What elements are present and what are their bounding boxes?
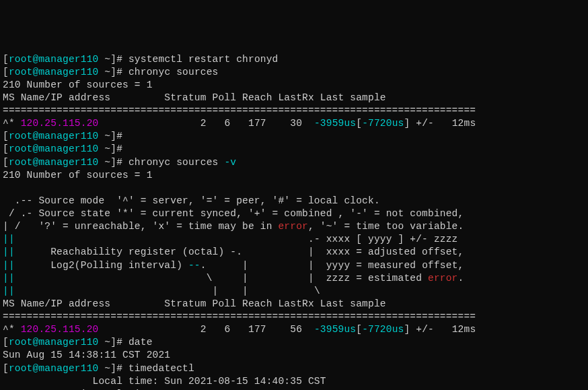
prompt-line[interactable]: [root@manager110 ~]# chronyc sources -v <box>3 157 236 168</box>
prompt-user: root <box>9 131 33 141</box>
prompt-hash: # <box>116 337 122 348</box>
legend-text: . <box>458 273 464 284</box>
prompt-user: root <box>9 363 33 374</box>
prompt-hash: # <box>116 131 122 141</box>
prompt-path: ~ <box>98 363 110 374</box>
source-row: ^* 120.25.115.20 2 6 177 56 -3959us[-772… <box>3 324 476 335</box>
prompt-user: root <box>9 157 33 168</box>
prompt-path: ~ <box>98 54 110 65</box>
legend-pipe: || <box>3 234 15 245</box>
legend-line: || \ | | zzzz = estimated error. <box>3 273 464 284</box>
legend-text: Log2(Polling interval) <box>15 260 188 271</box>
pad <box>302 118 314 129</box>
terminal-output: [root@manager110 ~]# systemctl restart c… <box>3 53 585 391</box>
stratum: 2 <box>200 118 207 129</box>
prompt-path: ~ <box>98 337 110 348</box>
legend-line: || | | \ <box>3 286 320 296</box>
prompt-line[interactable]: [root@manager110 ~]# <box>3 131 122 141</box>
offset-adjusted: -3959us <box>314 324 356 335</box>
error-word: error <box>278 221 308 232</box>
legend-pipe: || <box>3 273 15 284</box>
legend-line: || Log2(Polling interval) --. | | yyyy =… <box>3 260 464 271</box>
prompt-hash: # <box>116 143 122 154</box>
prompt-line[interactable]: [root@manager110 ~]# <box>3 143 122 154</box>
legend-pipe: || <box>3 286 15 296</box>
legend-text: . | | yyyy = measured offset, <box>200 260 464 271</box>
legend-text: Reachability register (octal) -. | xxxx … <box>15 247 464 257</box>
reach: 177 <box>230 118 266 129</box>
bracket: [ <box>356 324 362 335</box>
prompt-host: manager110 <box>38 143 98 154</box>
prompt-host: manager110 <box>38 157 98 168</box>
cmd-chronyc-sources-v: chronyc sources <box>128 157 224 168</box>
reach: 177 <box>230 324 266 335</box>
prompt-user: root <box>9 67 33 77</box>
prompt-user: root <box>9 54 33 65</box>
source-prefix: ^* <box>3 324 21 335</box>
plus-minus: +/- <box>410 118 451 129</box>
error-margin: 12ms <box>452 118 476 129</box>
legend-text: | | \ <box>15 286 320 296</box>
prompt-hash: # <box>116 54 122 65</box>
prompt-host: manager110 <box>38 337 98 348</box>
pad <box>98 118 200 129</box>
legend-line: || Reachability register (octal) -. | xx… <box>3 247 464 257</box>
timedatectl-local: Local time: Sun 2021-08-15 14:40:35 CST <box>3 376 326 387</box>
source-row: ^* 120.25.115.20 2 6 177 30 -3959us[-772… <box>3 118 476 129</box>
legend-dash: -- <box>188 260 200 271</box>
prompt-line[interactable]: [root@manager110 ~]# chronyc sources <box>3 67 219 77</box>
legend-line: || .- xxxx [ yyyy ] +/- zzzz <box>3 234 458 245</box>
stratum: 2 <box>200 324 207 335</box>
plus-minus: +/- <box>410 324 451 335</box>
offset-adjusted: -3959us <box>314 118 356 129</box>
divider: ========================================… <box>3 311 476 322</box>
error-margin: 12ms <box>452 324 476 335</box>
source-ip: 120.25.115.20 <box>21 324 99 335</box>
cmd-date: date <box>128 337 153 348</box>
prompt-host: manager110 <box>38 363 98 374</box>
prompt-user: root <box>9 337 33 348</box>
legend-pipe: || <box>3 260 15 271</box>
prompt-host: manager110 <box>38 131 98 141</box>
offset-measured: -7720us <box>362 118 404 129</box>
legend-text: .- xxxx [ yyyy ] +/- zzzz <box>15 234 458 245</box>
pad <box>302 324 314 335</box>
cmd-chronyc-sources: chronyc sources <box>128 67 219 77</box>
source-ip: 120.25.115.20 <box>21 118 99 129</box>
prompt-line[interactable]: [root@manager110 ~]# timedatectl <box>3 363 194 374</box>
legend-line: | / '?' = unreachable, 'x' = time may be… <box>3 221 464 232</box>
divider: ========================================… <box>3 105 476 116</box>
legend-pipe: || <box>3 247 15 257</box>
prompt-host: manager110 <box>38 54 98 65</box>
sources-header: MS Name/IP address Stratum Poll Reach La… <box>3 298 386 309</box>
cmd-option-v: -v <box>224 157 236 168</box>
date-output: Sun Aug 15 14:38:11 CST 2021 <box>3 350 170 360</box>
prompt-path: ~ <box>98 143 110 154</box>
bracket: [ <box>356 118 362 129</box>
prompt-line[interactable]: [root@manager110 ~]# date <box>3 337 153 348</box>
legend-line: / .- Source state '*' = current synced, … <box>3 208 464 219</box>
offset-measured: -7720us <box>362 324 404 335</box>
prompt-path: ~ <box>98 157 110 168</box>
prompt-hash: # <box>116 67 122 77</box>
poll: 6 <box>207 324 231 335</box>
lastrx: 56 <box>266 324 302 335</box>
prompt-hash: # <box>116 363 122 374</box>
legend-text: \ | | zzzz = estimated <box>15 273 428 284</box>
prompt-path: ~ <box>98 67 110 77</box>
error-word: error <box>428 273 458 284</box>
sources-header: MS Name/IP address Stratum Poll Reach La… <box>3 92 386 103</box>
legend-text: | / '?' = unreachable, 'x' = time may be… <box>3 221 278 232</box>
prompt-path: ~ <box>98 131 110 141</box>
poll: 6 <box>207 118 231 129</box>
sources-count: 210 Number of sources = 1 <box>3 79 153 90</box>
cmd-timedatectl: timedatectl <box>128 363 194 374</box>
prompt-hash: # <box>116 157 122 168</box>
prompt-line[interactable]: [root@manager110 ~]# systemctl restart c… <box>3 54 279 65</box>
pad <box>98 324 200 335</box>
legend-line: .-- Source mode '^' = server, '=' = peer… <box>3 195 380 206</box>
prompt-host: manager110 <box>38 67 98 77</box>
prompt-user: root <box>9 143 33 154</box>
lastrx: 30 <box>266 118 302 129</box>
legend-text: , '~' = time too variable. <box>308 221 464 232</box>
